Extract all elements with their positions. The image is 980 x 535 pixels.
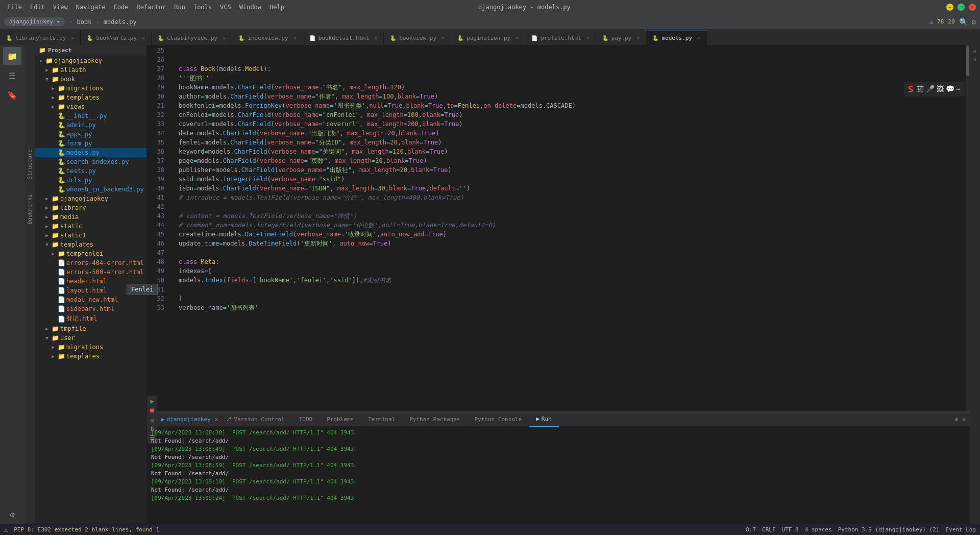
tree-static[interactable]: ▶ 📁 static (35, 222, 146, 231)
statusbar-python[interactable]: Python 3.9 (djangojiaokey) (2) (838, 526, 940, 533)
menu-refactor[interactable]: Refactor (133, 3, 169, 12)
tab-todo[interactable]: TODO (292, 412, 320, 427)
tree-user-templates[interactable]: ▶ 📁 templates (35, 352, 146, 361)
project-icon[interactable]: 📁 (3, 47, 21, 65)
statusbar-charset[interactable]: UTF-8 (782, 526, 799, 533)
tab-python-packages[interactable]: Python Packages (402, 412, 467, 427)
tab-library-urls[interactable]: 🐍 library\urls.py ✕ (0, 31, 81, 45)
tree-tests[interactable]: 🐍 tests.py (35, 166, 146, 176)
run-up-icon[interactable]: ▶ (150, 398, 154, 405)
tree-init[interactable]: 🐍 __init__.py (35, 111, 146, 120)
nav-breadcrumb-file[interactable]: models.py (104, 18, 137, 26)
sohu-icon-1[interactable]: 英 (917, 85, 924, 94)
tree-admin[interactable]: 🐍 admin.py (35, 120, 146, 130)
tree-library[interactable]: ▶ 📁 library (35, 203, 146, 212)
menu-vcs[interactable]: VCS (217, 3, 234, 12)
maximize-button[interactable]: □ (958, 4, 965, 11)
nav-breadcrumb-book[interactable]: book (77, 18, 92, 26)
statusbar-position[interactable]: 8:7 (746, 526, 756, 533)
tree-user-migrations[interactable]: ▶ 📁 migrations (35, 343, 146, 352)
sohu-icon-5[interactable]: ⋯ (957, 85, 961, 94)
tree-form[interactable]: 🐍 form.py (35, 139, 146, 148)
menu-edit[interactable]: Edit (27, 3, 48, 12)
tab-models[interactable]: 🐍 models.py ✕ (646, 31, 707, 45)
tab-close-book[interactable]: ✕ (142, 35, 145, 41)
statusbar-event-log[interactable]: Event Log (945, 526, 976, 533)
tree-book[interactable]: ▼ 📁 book (35, 75, 146, 84)
sohu-icon-2[interactable]: 🎤 (926, 85, 935, 94)
tree-search-indexes[interactable]: 🐍 search_indexes.py (35, 157, 146, 166)
run-down-icon[interactable]: ⏹ (149, 407, 155, 414)
tab-close-pay[interactable]: ✕ (636, 35, 640, 41)
tree-urls[interactable]: 🐍 urls.py (35, 176, 146, 185)
tree-modal[interactable]: 📄 modal_new.html (35, 295, 146, 304)
vtab-structure[interactable]: Structure (26, 147, 34, 182)
settings-ctrl-btn[interactable]: ⚙ (955, 416, 959, 423)
menu-code[interactable]: Code (111, 3, 132, 12)
tree-book-templates[interactable]: ▶ 📁 templates (35, 93, 146, 102)
tree-errors-404[interactable]: 📄 errors-404-error.html (35, 258, 146, 268)
scrollbar-thumb[interactable] (966, 45, 969, 76)
project-dropdown[interactable]: djangojiaokey ▾ (4, 17, 65, 26)
editor-scrollbar[interactable] (966, 45, 970, 411)
menu-file[interactable]: File (4, 3, 25, 12)
tree-tempfenlei[interactable]: ▶ 📁 tempfenlei (35, 249, 146, 258)
tab-book-urls[interactable]: 🐍 book\urls.py ✕ (81, 31, 152, 45)
tree-apps[interactable]: 🐍 apps.py (35, 130, 146, 139)
tree-sidebarv[interactable]: 📄 sidebarv.html (35, 304, 146, 313)
statusbar-line-ending[interactable]: CRLF (762, 526, 776, 533)
menu-run[interactable]: Run (171, 3, 188, 12)
right-icon-1[interactable]: ⊞ (971, 47, 979, 55)
tab-bookview[interactable]: 🐍 bookview.py ✕ (384, 31, 451, 45)
run-close-icon[interactable]: ✕ (215, 416, 218, 423)
statusbar-indent[interactable]: 4 spaces (805, 526, 832, 533)
tab-pagination[interactable]: 🐍 pagination.py ✕ (451, 31, 525, 45)
tab-profile[interactable]: 📄 profile.html ✕ (525, 31, 596, 45)
settings-icon[interactable]: ⚙ (972, 18, 976, 26)
tab-terminal[interactable]: Terminal (361, 412, 402, 427)
tab-close-library[interactable]: ✕ (71, 35, 74, 41)
vtab-bookmarks[interactable]: Bookmarks (26, 192, 34, 227)
tab-close-classify[interactable]: ✕ (223, 35, 226, 41)
sohu-icon-3[interactable]: 🖼 (937, 85, 944, 94)
tab-indexview[interactable]: 🐍 indexview.py ✕ (232, 31, 303, 45)
tab-close-index[interactable]: ✕ (293, 35, 297, 41)
run-replay-icon[interactable]: ↺ (150, 416, 154, 423)
tab-classifyview[interactable]: 🐍 classifyview.py ✕ (152, 31, 232, 45)
tab-python-console[interactable]: Python Console (468, 412, 529, 427)
tree-models[interactable]: 🐍 models.py (35, 148, 146, 157)
tree-templates[interactable]: ▼ 📁 templates (35, 240, 146, 249)
right-icon-2[interactable]: ≡ (971, 56, 979, 64)
tree-media[interactable]: ▶ 📁 media (35, 212, 146, 222)
tree-static1[interactable]: ▶ 📁 static1 (35, 231, 146, 240)
tree-djangojiaokey-root[interactable]: ▼ 📁 djangojiaokey (35, 56, 146, 65)
close-button[interactable]: ✕ (969, 4, 976, 11)
menu-view[interactable]: View (50, 3, 71, 12)
close-panel-btn[interactable]: ✕ (962, 416, 966, 423)
tab-close-pagination[interactable]: ✕ (516, 35, 519, 41)
tree-whoosh[interactable]: 🐍 whoosh_cn_backend3.py (35, 185, 146, 194)
tree-dengji[interactable]: 📄 登记.html (35, 313, 146, 324)
menu-help[interactable]: Help (266, 3, 287, 12)
tree-migrations[interactable]: ▶ 📁 migrations (35, 84, 146, 93)
menu-navigate[interactable]: Navigate (73, 3, 109, 12)
tree-user[interactable]: ▼ 📁 user (35, 333, 146, 343)
tab-version-control[interactable]: ⎇ Version Control (218, 412, 291, 427)
tab-run[interactable]: ▶ Run (529, 412, 559, 427)
tree-errors-500[interactable]: 📄 errors-500-error.html (35, 268, 146, 277)
tab-close-profile[interactable]: ✕ (586, 35, 590, 41)
tab-close-bookview[interactable]: ✕ (442, 35, 445, 41)
tree-tmpfile[interactable]: ▶ 📁 tmpfile (35, 324, 146, 333)
tab-close-models[interactable]: ✕ (697, 35, 700, 41)
bookmarks-icon[interactable]: 🔖 (3, 86, 21, 104)
menu-tools[interactable]: Tools (190, 3, 215, 12)
code-editor[interactable]: 2526272829 3031323334 3536373839 4041424… (147, 45, 970, 411)
run-label[interactable]: ▶ djangojiaokey ✕ (161, 416, 218, 423)
tab-pay[interactable]: 🐍 pay.py ✕ (596, 31, 647, 45)
tab-problems[interactable]: Problems (320, 412, 361, 427)
code-content[interactable]: class Book(models.Model): '''图书''' bookN… (167, 45, 966, 411)
tab-bookdetail[interactable]: 📄 bookdetail.html ✕ (303, 31, 384, 45)
bottom-settings-icon[interactable]: ⚙ (3, 505, 21, 524)
tree-views[interactable]: ▶ 📁 views (35, 102, 146, 111)
tab-close-bookdetail[interactable]: ✕ (374, 35, 377, 41)
